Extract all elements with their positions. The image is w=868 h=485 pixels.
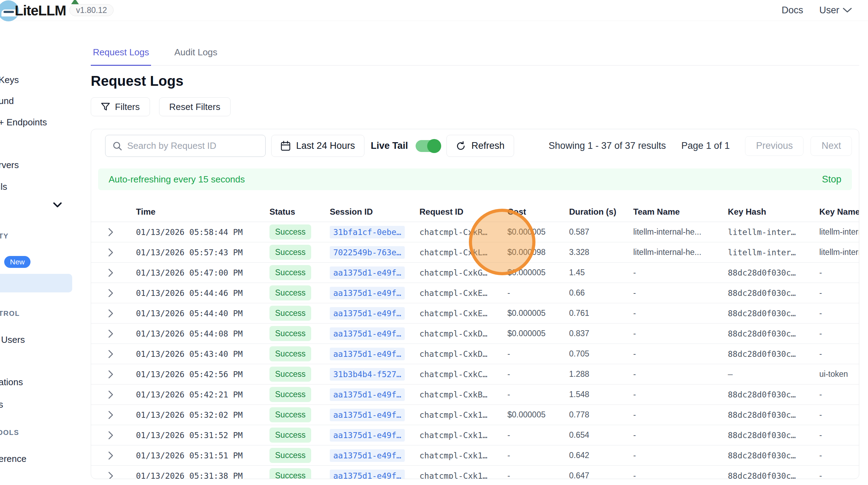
request-logs-table: Time Status Session ID Request ID Cost D… (91, 202, 859, 479)
auto-refresh-banner: Auto-refreshing every 15 seconds Stop (98, 168, 852, 190)
table-row[interactable]: 01/13/2026 05:42:21 PM Success aa1375d1-… (91, 384, 859, 405)
sidebar-item-und[interactable]: und (0, 96, 14, 106)
sidebar-item-rvers[interactable]: rvers (0, 160, 19, 171)
session-id-link[interactable]: aa1375d1-e49f… (330, 348, 405, 360)
cell-key-name: litellm-internal (809, 248, 859, 257)
filters-button[interactable]: Filters (91, 97, 150, 116)
session-id-link[interactable]: 31bfa1cf-0ebe… (330, 226, 405, 238)
refresh-button[interactable]: Refresh (446, 135, 514, 157)
cell-key-hash: 88dc28d0f030c… (718, 471, 809, 479)
row-expand-chevron-icon[interactable] (91, 289, 126, 298)
sidebar-item-s[interactable]: s (0, 399, 3, 410)
row-expand-chevron-icon[interactable] (91, 431, 126, 440)
cell-key-name: - (809, 268, 859, 277)
cell-session-id: 7022549b-763e… (320, 246, 410, 259)
table-row[interactable]: 01/13/2026 05:31:52 PM Success aa1375d1-… (91, 425, 859, 445)
cell-duration: 3.328 (559, 248, 623, 257)
session-id-link[interactable]: 7022549b-763e… (330, 246, 405, 259)
table-row[interactable]: 01/13/2026 05:44:40 PM Success aa1375d1-… (91, 303, 859, 324)
next-page-button[interactable]: Next (811, 136, 852, 156)
cell-request-id: chatcmpl-CxkD… (410, 349, 498, 359)
table-row[interactable]: 01/13/2026 05:44:08 PM Success aa1375d1-… (91, 324, 859, 344)
sidebar-selected-item[interactable] (0, 274, 72, 292)
tree-decoration-icon (71, 0, 79, 4)
session-id-link[interactable]: aa1375d1-e49f… (330, 287, 405, 299)
cell-key-name: ui-token (809, 369, 859, 379)
table-row[interactable]: 01/13/2026 05:47:00 PM Success aa1375d1-… (91, 263, 859, 283)
search-box[interactable] (105, 135, 266, 157)
row-expand-chevron-icon[interactable] (91, 309, 126, 318)
status-badge: Success (269, 265, 311, 280)
refresh-icon (456, 141, 466, 151)
tab-request-logs[interactable]: Request Logs (91, 47, 151, 66)
session-id-link[interactable]: aa1375d1-e49f… (330, 388, 405, 401)
session-id-link[interactable]: aa1375d1-e49f… (330, 327, 405, 340)
table-row[interactable]: 01/13/2026 05:42:56 PM Success 31b3b4b4-… (91, 364, 859, 384)
row-expand-chevron-icon[interactable] (91, 228, 126, 237)
cell-team-name: - (623, 268, 718, 277)
sidebar-chevron-down-icon[interactable] (53, 202, 62, 208)
reset-filters-button[interactable]: Reset Filters (159, 97, 231, 116)
sidebar-item-endpoints[interactable]: + Endpoints (0, 117, 47, 128)
cell-cost: $0.000005 (498, 410, 559, 420)
cell-request-id: chatcmpl-CxkR… (410, 228, 498, 237)
table-row[interactable]: 01/13/2026 05:43:40 PM Success aa1375d1-… (91, 344, 859, 364)
filters-button-label: Filters (115, 102, 140, 112)
row-expand-chevron-icon[interactable] (91, 390, 126, 399)
cell-cost: $0.000098 (498, 248, 559, 257)
row-expand-chevron-icon[interactable] (91, 349, 126, 359)
session-id-link[interactable]: aa1375d1-e49f… (330, 429, 405, 442)
row-expand-chevron-icon[interactable] (91, 370, 126, 379)
tab-audit-logs[interactable]: Audit Logs (172, 47, 219, 65)
cell-key-name: - (809, 410, 859, 420)
table-row[interactable]: 01/13/2026 05:32:02 PM Success aa1375d1-… (91, 405, 859, 425)
stop-auto-refresh-link[interactable]: Stop (822, 174, 841, 185)
session-id-link[interactable]: 31b3b4b4-f527… (330, 368, 405, 381)
cell-time: 01/13/2026 05:42:56 PM (126, 370, 260, 379)
cell-team-name: - (623, 430, 718, 440)
status-badge: Success (269, 346, 311, 361)
previous-page-button[interactable]: Previous (745, 136, 804, 156)
docs-link[interactable]: Docs (781, 5, 803, 16)
session-id-link[interactable]: aa1375d1-e49f… (330, 470, 405, 479)
session-id-link[interactable]: aa1375d1-e49f… (330, 307, 405, 320)
sidebar-item-ations[interactable]: ations (0, 377, 23, 388)
cell-key-name: - (809, 471, 859, 479)
results-count: Showing 1 - 37 of 37 results (549, 140, 666, 151)
search-input[interactable] (127, 140, 253, 151)
cell-duration: 0.654 (559, 430, 623, 440)
row-expand-chevron-icon[interactable] (91, 268, 126, 277)
table-row[interactable]: 01/13/2026 05:44:46 PM Success aa1375d1-… (91, 283, 859, 303)
live-tail-toggle[interactable] (416, 140, 440, 152)
sidebar-item-erence[interactable]: erence (0, 453, 27, 464)
session-id-link[interactable]: aa1375d1-e49f… (330, 266, 405, 279)
sidebar-item-keys[interactable]: Keys (0, 75, 19, 85)
cell-request-id: chatcmpl-CxkC… (410, 370, 498, 379)
user-menu[interactable]: User (819, 5, 852, 16)
cell-duration: 0.705 (559, 349, 623, 359)
row-expand-chevron-icon[interactable] (91, 451, 126, 460)
table-header-row: Time Status Session ID Request ID Cost D… (91, 202, 859, 222)
search-icon (112, 141, 122, 151)
sidebar-new-badge: New (4, 256, 30, 268)
chevron-down-icon (843, 7, 852, 13)
cell-key-hash: – (718, 370, 809, 379)
table-row[interactable]: 01/13/2026 05:58:44 PM Success 31bfa1cf-… (91, 222, 859, 242)
cell-time: 01/13/2026 05:58:44 PM (126, 228, 260, 237)
row-expand-chevron-icon[interactable] (91, 410, 126, 420)
cell-key-name: - (809, 349, 859, 359)
session-id-link[interactable]: aa1375d1-e49f… (330, 409, 405, 421)
cell-key-hash: 88dc28d0f030c… (718, 451, 809, 460)
sidebar-item-ils[interactable]: ils (0, 181, 7, 192)
table-row[interactable]: 01/13/2026 05:57:43 PM Success 7022549b-… (91, 242, 859, 263)
row-expand-chevron-icon[interactable] (91, 329, 126, 338)
table-row[interactable]: 01/13/2026 05:31:51 PM Success aa1375d1-… (91, 445, 859, 466)
time-range-button[interactable]: Last 24 Hours (271, 135, 364, 157)
table-row[interactable]: 01/13/2026 05:31:38 PM Success aa1375d1-… (91, 466, 859, 479)
row-expand-chevron-icon[interactable] (91, 471, 126, 479)
row-expand-chevron-icon[interactable] (91, 248, 126, 257)
cell-status: Success (260, 285, 320, 300)
sidebar-item-users[interactable]: Users (1, 334, 25, 345)
cell-duration: 1.45 (559, 268, 623, 277)
session-id-link[interactable]: aa1375d1-e49f… (330, 449, 405, 462)
